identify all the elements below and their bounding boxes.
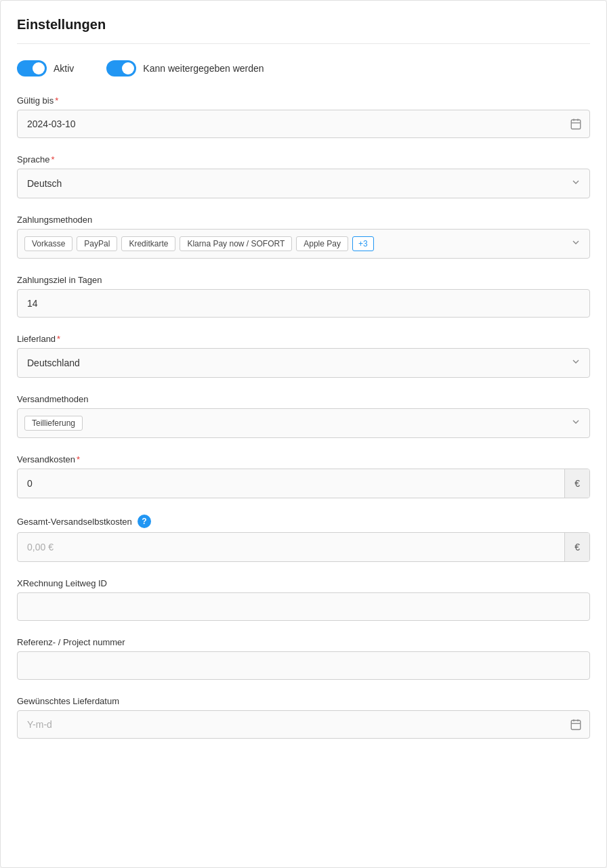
- toggle-kann-item: Kann weitergegeben werden: [106, 60, 264, 77]
- lieferdatum-input-wrapper: [17, 710, 590, 739]
- calendar-icon[interactable]: [570, 118, 582, 130]
- lieferdatum-label: Gewünschtes Lieferdatum: [17, 696, 590, 706]
- tag-vorkasse: Vorkasse: [24, 236, 72, 251]
- lieferland-select[interactable]: Deutschland Österreich: [18, 349, 589, 377]
- xrechnung-section: XRechnung Leitweg ID: [17, 578, 590, 621]
- versandmethoden-chevron-icon: [570, 416, 581, 430]
- sprache-label: Sprache*: [17, 154, 590, 165]
- versandmethoden-label: Versandmethoden: [17, 394, 590, 404]
- lieferland-section: Lieferland* Deutschland Österreich: [17, 334, 590, 378]
- zahlungsmethoden-label: Zahlungsmethoden: [17, 215, 590, 225]
- versandmethoden-section: Versandmethoden Teillieferung: [17, 394, 590, 438]
- kann-label: Kann weitergegeben werden: [143, 63, 264, 74]
- gesamt-versand-label: Gesamt-Versandselbstkosten: [17, 517, 132, 527]
- lieferland-select-wrapper: Deutschland Österreich: [17, 348, 590, 378]
- zahlungsziel-input[interactable]: [17, 289, 590, 318]
- sprache-select-wrapper: Deutsch English: [17, 169, 590, 198]
- referenz-section: Referenz- / Project nummer: [17, 637, 590, 680]
- referenz-label: Referenz- / Project nummer: [17, 637, 590, 647]
- svg-rect-4: [571, 720, 581, 730]
- versandkosten-input[interactable]: [18, 469, 564, 498]
- info-icon[interactable]: ?: [138, 515, 151, 528]
- gesamt-versand-header: Gesamt-Versandselbstkosten ?: [17, 515, 590, 528]
- lieferdatum-input[interactable]: [17, 710, 590, 739]
- gesamt-versand-field-wrapper: €: [17, 532, 590, 562]
- aktiv-label: Aktiv: [54, 63, 74, 74]
- tag-klarna: Klarna Pay now / SOFORT: [180, 236, 292, 251]
- versandkosten-suffix: €: [564, 469, 589, 498]
- page-title: Einstellungen: [17, 17, 590, 44]
- gesamt-versand-suffix: €: [564, 533, 589, 561]
- zahlungsmethoden-chevron-icon: [570, 237, 581, 251]
- settings-panel: Einstellungen Aktiv Kann weitergegeben w…: [0, 0, 607, 868]
- toggle-aktiv-item: Aktiv: [17, 60, 74, 77]
- zahlungsziel-section: Zahlungsziel in Tagen: [17, 275, 590, 318]
- aktiv-toggle[interactable]: [17, 60, 47, 77]
- tag-paypal: PayPal: [77, 236, 117, 251]
- referenz-input[interactable]: [17, 651, 590, 680]
- versandkosten-input-wrapper: €: [17, 469, 590, 498]
- sprache-select[interactable]: Deutsch English: [18, 169, 589, 198]
- zahlungsmethoden-select[interactable]: Vorkasse PayPal Kreditkarte Klarna Pay n…: [17, 229, 590, 259]
- required-star-sprache: *: [51, 154, 54, 165]
- versandmethoden-select[interactable]: Teillieferung: [17, 408, 590, 438]
- lieferland-label: Lieferland*: [17, 334, 590, 344]
- toggle-row: Aktiv Kann weitergegeben werden: [17, 60, 590, 77]
- required-star-lieferland: *: [57, 334, 60, 344]
- required-star: *: [55, 95, 58, 106]
- gesamt-versand-section: Gesamt-Versandselbstkosten ? €: [17, 515, 590, 562]
- zahlungsziel-label: Zahlungsziel in Tagen: [17, 275, 590, 285]
- tag-teillieferung: Teillieferung: [24, 416, 83, 431]
- zahlungsmethoden-section: Zahlungsmethoden Vorkasse PayPal Kreditk…: [17, 215, 590, 259]
- gueltig-bis-label: Gültig bis*: [17, 95, 590, 106]
- gesamt-versand-input[interactable]: [18, 533, 564, 561]
- gueltig-bis-input[interactable]: [17, 110, 590, 138]
- tag-kreditkarte: Kreditkarte: [121, 236, 175, 251]
- lieferdatum-calendar-icon[interactable]: [570, 718, 582, 731]
- required-star-versandkosten: *: [77, 454, 80, 464]
- xrechnung-input[interactable]: [17, 592, 590, 621]
- tag-applepay: Apple Pay: [296, 236, 348, 251]
- gesamt-versand-input-wrapper: €: [17, 532, 590, 562]
- versandkosten-section: Versandkosten* €: [17, 454, 590, 498]
- versandkosten-label: Versandkosten*: [17, 454, 590, 464]
- lieferdatum-section: Gewünschtes Lieferdatum: [17, 696, 590, 739]
- gueltig-bis-section: Gültig bis*: [17, 95, 590, 138]
- gueltig-bis-input-wrapper: [17, 110, 590, 138]
- sprache-section: Sprache* Deutsch English: [17, 154, 590, 198]
- kann-toggle[interactable]: [106, 60, 136, 77]
- svg-rect-0: [571, 120, 581, 129]
- tag-more: +3: [352, 236, 374, 251]
- xrechnung-label: XRechnung Leitweg ID: [17, 578, 590, 588]
